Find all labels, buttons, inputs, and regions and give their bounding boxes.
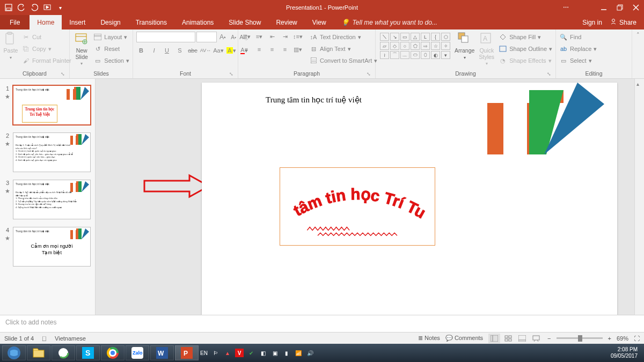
tray-check-icon[interactable]: ✔ <box>247 349 255 357</box>
drawing-launcher-icon[interactable]: ⤡ <box>547 71 551 77</box>
underline-button[interactable]: U <box>162 46 172 55</box>
slide-main[interactable]: Trung tâm tin học trí tuệ việt Trung tâm… <box>202 83 617 315</box>
ttv-logo[interactable] <box>465 83 604 156</box>
highlight-button[interactable]: A▾ <box>226 46 236 55</box>
system-clock[interactable]: 2:08 PM 09/05/2017 <box>606 346 642 359</box>
tray-lang[interactable]: EN <box>200 349 208 357</box>
tab-transitions[interactable]: Transitions <box>128 15 174 29</box>
quick-styles-button[interactable]: A Quick Styles▾ <box>478 32 495 66</box>
close-button[interactable] <box>628 0 644 15</box>
restore-button[interactable] <box>612 0 628 15</box>
tray-flag-icon[interactable]: 🏳 <box>211 349 220 357</box>
qat-customize-icon[interactable]: ▾ <box>55 2 65 13</box>
shapes-gallery[interactable]: ＼↘▭△L{⬡ ▱◇○⬠⇨☆✧ ≀⌒﹏⬭⬯◐▾ <box>379 32 451 60</box>
shape-fill-button[interactable]: Shape Fill ▾ <box>499 32 552 42</box>
collapse-ribbon-icon[interactable]: ˄ <box>632 29 644 78</box>
increase-font-icon[interactable]: A▴ <box>218 32 228 42</box>
notes-toggle[interactable]: ≣ Notes <box>418 335 440 342</box>
italic-button[interactable]: I <box>149 46 159 55</box>
justify-button[interactable]: ≡ <box>280 45 290 54</box>
increase-indent-button[interactable]: ⇥ <box>280 32 290 41</box>
align-center-button[interactable]: ≡ <box>254 45 264 54</box>
slideshow-view-icon[interactable] <box>530 334 542 343</box>
task-coccoc[interactable] <box>52 345 75 360</box>
format-painter-button[interactable]: 🖌Format Painter <box>21 55 71 66</box>
minimize-button[interactable] <box>596 0 612 15</box>
bullets-button[interactable]: ≣▾ <box>241 32 251 41</box>
normal-view-icon[interactable] <box>488 334 500 343</box>
tray-shield-icon[interactable]: ▲ <box>223 349 232 357</box>
bold-button[interactable]: B <box>136 46 146 55</box>
layout-button[interactable]: Layout ▾ <box>93 32 129 42</box>
arrange-button[interactable]: Arrange▾ <box>455 32 474 60</box>
task-zalo[interactable]: Zalo <box>126 345 149 360</box>
tell-me-search[interactable]: 💡 Tell me what you want to do... <box>334 15 437 29</box>
tab-slideshow[interactable]: Slide Show <box>221 15 268 29</box>
task-skype[interactable]: S <box>76 345 100 360</box>
tab-design[interactable]: Design <box>93 15 128 29</box>
tray-volume-icon[interactable]: 🔊 <box>306 349 314 357</box>
shape-outline-button[interactable]: Shape Outline ▾ <box>499 43 552 54</box>
numbering-button[interactable]: ≡▾ <box>254 32 264 41</box>
section-button[interactable]: ▭Section ▾ <box>93 55 129 66</box>
font-size-input[interactable] <box>196 32 217 42</box>
font-launcher-icon[interactable]: ⤡ <box>229 71 233 77</box>
start-button[interactable] <box>2 345 26 360</box>
tray-battery-icon[interactable]: ▮ <box>282 349 291 357</box>
tray-network-icon[interactable]: 📶 <box>294 349 303 357</box>
thumbnail-4[interactable]: 4★ Trung tâm tin học trí tuệ việt Cảm ơn… <box>0 225 95 272</box>
fit-to-window-icon[interactable]: ⛶ <box>634 335 640 342</box>
select-button[interactable]: ▭Select ▾ <box>559 55 597 66</box>
vertical-scrollbar[interactable]: ▴ <box>634 79 644 315</box>
sorter-view-icon[interactable] <box>502 334 514 343</box>
task-powerpoint[interactable]: P <box>175 345 199 360</box>
columns-button[interactable]: ▥▾ <box>293 45 303 54</box>
zoom-out-button[interactable]: − <box>547 335 551 342</box>
notes-pane[interactable]: Click to add notes <box>0 315 644 332</box>
tray-unikey-icon[interactable]: V <box>235 349 244 357</box>
save-icon[interactable] <box>3 2 14 13</box>
align-left-button[interactable]: ≡ <box>241 45 251 54</box>
comments-toggle[interactable]: 💬 Comments <box>445 335 483 342</box>
reading-view-icon[interactable] <box>516 334 528 343</box>
align-right-button[interactable]: ≡ <box>267 45 277 54</box>
char-spacing-button[interactable]: AV↔ <box>201 46 210 55</box>
slide-canvas[interactable]: Trung tâm tin học trí tuệ việt Trung tâm… <box>96 79 634 315</box>
thumbnail-2[interactable]: 2★ Trung tâm tin học trí tuệ việt Bài tậ… <box>0 130 95 178</box>
new-slide-button[interactable]: New Slide▾ <box>73 32 90 66</box>
shadow-button[interactable]: S <box>175 46 185 55</box>
tray-app-icon[interactable]: ◧ <box>259 349 267 357</box>
tray-app2-icon[interactable]: ▣ <box>270 349 279 357</box>
zoom-slider[interactable] <box>557 337 603 339</box>
change-case-button[interactable]: Aa▾ <box>214 46 223 55</box>
share-button[interactable]: Share <box>610 18 636 27</box>
thumbnail-1[interactable]: 1★ Trung tâm tin học trí tuệ việt Trung … <box>0 83 95 130</box>
start-from-beginning-icon[interactable] <box>42 2 53 13</box>
language-indicator[interactable]: Vietnamese <box>55 335 86 342</box>
find-button[interactable]: 🔍Find <box>559 32 597 42</box>
align-text-button[interactable]: ⊟Align Text ▾ <box>309 43 377 54</box>
paste-button[interactable]: Paste▾ <box>3 32 18 60</box>
copy-button[interactable]: ⿻Copy ▾ <box>21 43 71 54</box>
tab-insert[interactable]: Insert <box>62 15 93 29</box>
line-spacing-button[interactable]: ↕≡▾ <box>293 32 303 41</box>
task-chrome[interactable] <box>101 345 125 360</box>
zoom-level[interactable]: 69% <box>617 335 628 342</box>
strikethrough-button[interactable]: abc <box>188 46 197 55</box>
tab-file[interactable]: File <box>0 15 30 29</box>
decrease-font-icon[interactable]: A▾ <box>229 32 238 42</box>
tab-view[interactable]: View <box>305 15 334 29</box>
cut-button[interactable]: ✂Cut <box>21 32 71 42</box>
shape-effects-button[interactable]: ◔Shape Effects ▾ <box>499 55 552 66</box>
paragraph-launcher-icon[interactable]: ⤡ <box>367 71 371 77</box>
font-name-input[interactable] <box>136 32 195 42</box>
convert-smartart-button[interactable]: ⿳Convert to SmartArt ▾ <box>309 55 377 66</box>
slide-title-text[interactable]: Trung tâm tin học trí tuệ việt <box>266 95 362 105</box>
task-word[interactable]: W <box>150 345 174 360</box>
replace-button[interactable]: abReplace ▾ <box>559 43 597 54</box>
task-explorer[interactable] <box>27 345 50 360</box>
thumbnail-3[interactable]: 3★ Trung tâm tin học trí tuệ việt Bài tậ… <box>0 178 95 225</box>
tab-home[interactable]: Home <box>30 15 62 29</box>
wordart-box[interactable]: Trung tâm tin học Trí Tuệ Việt <box>280 167 435 246</box>
decrease-indent-button[interactable]: ⇤ <box>267 32 277 41</box>
